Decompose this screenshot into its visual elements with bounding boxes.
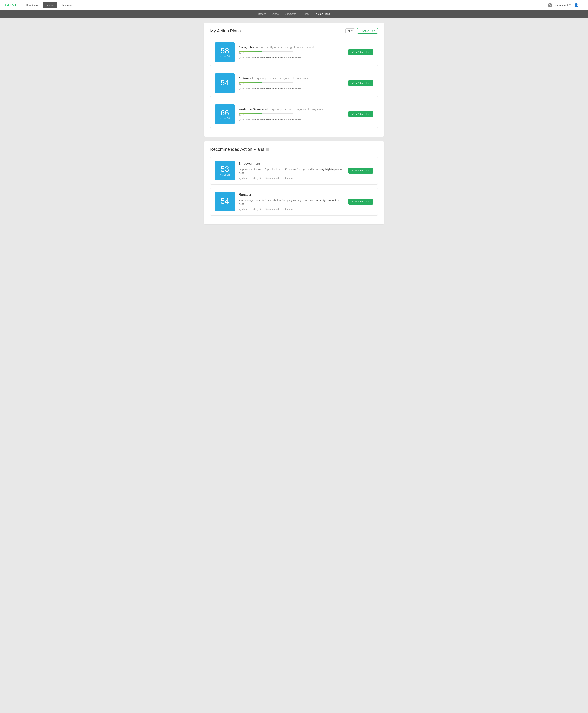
impact-label: very high impact [316,199,336,202]
action-plan-item-recognition: 58 ▼ 1 vs Oct Recognition – I frequently… [210,38,378,66]
item-right-wlb: View Action Plan [349,111,373,117]
recommended-title: Recommended Action Plans [210,147,264,152]
item-title-wlb: Work Life Balance – I frequently receive… [238,107,344,111]
action-plan-item-culture: 54 Culture – I frequently receive recogn… [210,69,378,97]
rec-meta-reports: My direct reports (10) [238,208,261,210]
score-number: 66 [221,109,229,117]
nav-right: En Engagement ∨ 👤 ? [548,3,583,7]
score-change: ▼ 1 vs Oct [220,117,230,119]
nav-explore[interactable]: Explore [43,2,58,8]
item-title-rest: – I frequently receive recognition for m… [256,45,315,49]
progress-wlb: 3 of 7 [238,113,344,116]
view-action-plan-button-empowerment[interactable]: View Action Plan [349,168,373,174]
action-plan-item-empowerment: 53 ▼ 1 vs Oct Empowerment Empowerment sc… [210,157,378,185]
rec-meta-recommended: Recommended to 4 teams [266,177,293,180]
filter-button[interactable]: All ▾ [345,28,355,33]
info-icon[interactable]: i [266,148,269,151]
impact-label: very high impact [319,168,339,170]
item-title-bold: Recognition [238,45,256,49]
item-right-recognition: View Action Plan [349,49,373,55]
action-plan-item-manager: 54 Manager Your Manager score is 6 point… [210,188,378,216]
logo-suffix: T [14,3,17,7]
up-next-recognition: ⊘ Up Next: Identify empowerment issues o… [238,56,344,59]
score-tile-wlb: 66 ▼ 1 vs Oct [215,104,235,124]
rec-item-name-manager: Manager [238,192,344,197]
recommended-action-plans-section: Recommended Action Plans i 53 ▼ 1 vs Oct… [204,141,384,224]
item-title-rest: – I frequently receive recognition for m… [264,107,323,111]
progress-recognition: 3 of 7 [238,51,344,54]
logo: GLINT [5,3,17,8]
recommended-header: Recommended Action Plans i [210,147,378,152]
top-nav: GLINT Dashboard Explore Configure En Eng… [0,0,588,10]
item-title-bold: Culture [238,77,249,80]
up-next-wlb: ⊘ Up Next: Identify empowerment issues o… [238,118,344,121]
up-next-task: Identify empowerment issues on your team [252,118,301,121]
top-nav-links: Dashboard Explore Configure [23,2,548,8]
rec-meta-reports: My direct reports (10) [238,177,261,180]
dot-separator: • [262,208,264,210]
item-content-culture: Culture – I frequently receive recogniti… [238,76,344,90]
sub-nav-alerts[interactable]: Alerts [272,12,278,17]
sub-nav-comments[interactable]: Comments [285,12,296,17]
item-content-manager: Manager Your Manager score is 6 points b… [238,192,344,210]
chevron-down-icon: ▾ [351,29,353,32]
section-controls: All ▾ + Action Plan [345,28,378,34]
item-title-culture: Culture – I frequently receive recogniti… [238,76,344,80]
sub-nav-reports[interactable]: Reports [258,12,266,17]
action-plan-item-wlb: 66 ▼ 1 vs Oct Work Life Balance – I freq… [210,100,378,128]
item-right-empowerment: View Action Plan [349,168,373,174]
score-tile-recognition: 58 ▼ 1 vs Oct [215,42,235,62]
my-action-plans-section: My Action Plans All ▾ + Action Plan 58 ▼… [204,23,384,137]
up-next-task: Identify empowerment issues on your team [252,56,301,59]
filter-label: All [348,29,350,32]
help-icon[interactable]: ? [582,3,583,7]
score-tile-culture: 54 [215,73,235,93]
sub-nav-pulses[interactable]: Pulses [302,12,310,17]
view-action-plan-button-culture[interactable]: View Action Plan [349,80,373,86]
rec-meta-recommended: Recommended to 4 teams [266,208,293,210]
page-content: My Action Plans All ▾ + Action Plan 58 ▼… [196,18,392,233]
check-circle-icon: ⊘ [238,56,241,59]
up-next-label: Up Next: [242,87,251,90]
item-content-wlb: Work Life Balance – I frequently receive… [238,107,344,121]
progress-bar-fill [238,82,262,83]
score-tile-empowerment: 53 ▼ 1 vs Oct [215,161,235,180]
item-right-manager: View Action Plan [349,199,373,205]
rec-meta-empowerment: My direct reports (10) • Recommended to … [238,177,344,180]
score-change: ▼ 1 vs Oct [220,55,230,58]
item-right-culture: View Action Plan [349,80,373,86]
progress-bar-bg [238,113,293,114]
check-circle-icon: ⊘ [238,87,241,90]
my-action-plans-title: My Action Plans [210,28,241,34]
sub-nav-action-plans[interactable]: Action Plans [316,12,330,17]
rec-item-name-empowerment: Empowerment [238,162,344,166]
rec-description-manager: Your Manager score is 6 points below Com… [238,198,344,206]
item-title-bold: Work Life Balance [238,107,264,111]
progress-label: 3 of 7 [238,114,344,116]
chevron-down-icon: ∨ [569,3,571,6]
up-next-culture: ⊘ Up Next: Identify empowerment issues o… [238,87,344,90]
add-action-plan-button[interactable]: + Action Plan [357,28,378,34]
item-content-empowerment: Empowerment Empowerment score is 1 point… [238,162,344,179]
progress-bar-bg [238,82,293,83]
lang-badge: En [548,3,552,7]
up-next-label: Up Next: [242,118,251,121]
progress-bar-fill [238,113,262,114]
progress-bar-fill [238,51,262,52]
view-action-plan-button-wlb[interactable]: View Action Plan [349,111,373,117]
view-action-plan-button-recognition[interactable]: View Action Plan [349,49,373,55]
score-tile-manager: 54 [215,192,235,211]
score-number: 53 [221,165,229,173]
rec-meta-manager: My direct reports (10) • Recommended to … [238,208,344,210]
progress-label: 3 of 7 [238,52,344,54]
score-number: 54 [221,79,229,86]
rec-description-empowerment: Empowerment score is 1 point below the C… [238,167,344,175]
score-change: ▼ 1 vs Oct [220,174,230,176]
item-title-rest: – I frequently receive recognition for m… [249,77,308,80]
user-icon[interactable]: 👤 [574,3,579,7]
nav-dashboard[interactable]: Dashboard [23,2,42,8]
view-action-plan-button-manager[interactable]: View Action Plan [349,199,373,205]
score-number: 54 [221,198,229,205]
engagement-selector[interactable]: En Engagement ∨ [548,3,571,7]
nav-configure[interactable]: Configure [58,2,76,8]
